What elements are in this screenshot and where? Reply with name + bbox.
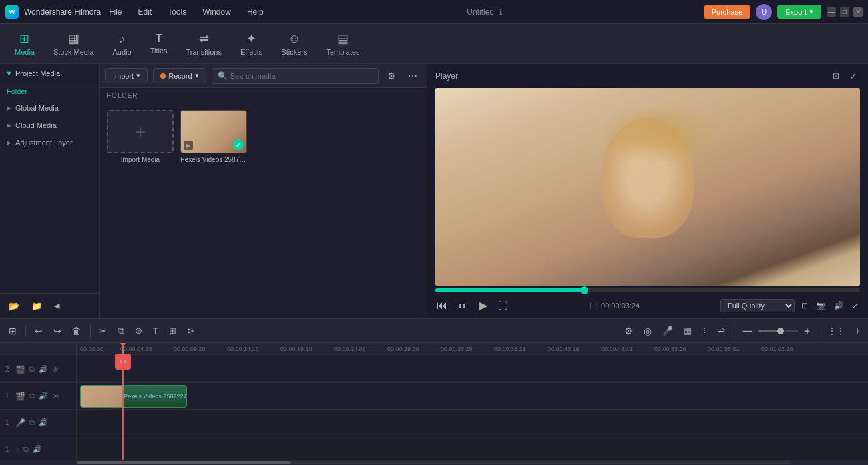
scrollbar-track[interactable] [77,461,791,464]
open-folder-icon[interactable]: 📂 [5,299,23,313]
player-settings-icon[interactable]: ⊡ [829,69,843,83]
track-hide-icon[interactable]: 👁 [51,365,60,374]
minimize-button[interactable]: — [827,7,836,17]
toolbar-media[interactable]: ⊞ Media [5,27,44,60]
track-copy-icon[interactable]: ⧉ [29,391,35,401]
cut-button[interactable]: ✂ [96,324,111,338]
undo-button[interactable]: ↩ [31,324,46,338]
track-row-music1[interactable] [77,436,868,460]
toolbar-templates[interactable]: ▤ Templates [316,27,369,60]
menu-help[interactable]: Help [244,5,266,19]
menu-file[interactable]: File [106,5,124,19]
copy-button[interactable]: ⧉ [115,324,128,338]
track-mute-icon[interactable]: 🔊 [32,444,43,454]
folder-item[interactable]: Folder [0,83,99,99]
track-row-audio1[interactable] [77,410,868,436]
global-media-item[interactable]: ▶ Global Media [0,99,99,117]
window-controls: — □ ✕ [827,7,863,17]
add-folder-icon[interactable]: 📁 [28,299,45,313]
track-audio-icon[interactable]: 🎤 [15,418,26,428]
pexels-video-item[interactable]: ▶ ✓ Pexels Videos 2587224 [180,110,247,163]
ripple-button[interactable]: ⊳ [184,324,198,338]
disable-button[interactable]: ⊘ [132,324,146,338]
media-settings-icon[interactable]: ◎ [640,324,655,338]
toolbar-stock-media[interactable]: ▦ Stock Media [44,27,103,60]
split-icon[interactable]: ⧘ [699,324,710,338]
mic-icon[interactable]: 🎤 [659,324,676,338]
cloud-media-item[interactable]: ▶ Cloud Media [0,117,99,134]
panel-collapse-arrow[interactable]: ▼ [5,69,13,77]
redo-button[interactable]: ↪ [50,324,65,338]
toolbar-audio[interactable]: ♪ Audio [103,28,141,60]
track-hide-icon[interactable]: 👁 [51,392,60,401]
import-media-item[interactable]: + Import Media [107,110,174,163]
track-film-icon[interactable]: 🎬 [15,391,26,402]
track-copy-icon[interactable]: ⧉ [29,418,35,428]
settings-icon[interactable]: ⚙ [621,324,636,338]
timeline-options-icon[interactable]: ⋮⋮ [825,324,849,338]
maximize-button[interactable]: □ [840,7,849,17]
quality-select[interactable]: Full Quality High Quality Medium Quality [720,299,795,312]
progress-thumb[interactable] [580,286,588,294]
menu-window[interactable]: Window [200,5,234,19]
filter-icon[interactable]: ⚙ [384,69,399,83]
timeline-more-icon[interactable]: ⟩ [853,324,863,338]
search-bar[interactable]: 🔍 [212,68,379,84]
text-button[interactable]: T [150,324,162,338]
menu-edit[interactable]: Edit [136,5,155,19]
video-clip[interactable]: Pexels Videos 2587224 [80,385,187,408]
zoom-out-button[interactable]: — [740,324,756,338]
expand-player-button[interactable]: ⤢ [851,300,860,312]
player-expand-icon[interactable]: ⤢ [847,69,860,83]
ruler-mark-7: 00:00:33:25 [441,346,473,352]
track-row-video2[interactable]: ✂ [77,356,868,383]
project-media-header: ▼ Project Media [0,64,99,83]
zoom-slider[interactable] [758,330,799,332]
progress-bar[interactable] [435,288,860,292]
zoom-in-button[interactable]: + [801,324,813,338]
adjustment-layer-item[interactable]: ▶ Adjustment Layer [0,134,99,151]
toolbar-effects[interactable]: ✦ Effects [231,27,272,60]
next-frame-button[interactable]: ⏭ [457,298,470,313]
purchase-button[interactable]: Purchase [704,5,750,19]
prev-frame-button[interactable]: ⏮ [435,298,449,313]
transition-icon[interactable]: ⇌ [714,324,728,338]
track-mute-icon[interactable]: 🔊 [38,364,49,374]
timeline-ruler: 00:00:00 00:00:04:25 00:00:09:20 00:00:1… [77,343,868,356]
pip-button[interactable]: ⊡ [800,300,809,312]
track-music-icon[interactable]: ♪ [15,444,20,455]
toolbar-titles[interactable]: T Titles [141,29,177,59]
toolbar-stickers[interactable]: ☺ Stickers [272,28,316,60]
close-button[interactable]: ✕ [853,7,863,17]
screenshot-button[interactable]: 📷 [815,300,827,312]
adjust-button[interactable]: ⊞ [166,324,180,338]
export-button[interactable]: Export ▾ [777,5,821,19]
add-track-button[interactable]: ⊞ [5,324,20,338]
track-mute-icon[interactable]: 🔊 [38,391,49,401]
scene-icon[interactable]: ▦ [680,324,695,338]
playhead[interactable] [122,343,124,460]
track-copy-icon[interactable]: ⧉ [23,444,29,454]
more-options-icon[interactable]: ⋯ [405,69,421,83]
track-label-music1: 1 ♪ ⧉ 🔊 [0,436,76,460]
track-film-icon[interactable]: 🎬 [15,364,26,375]
timeline-scrollbar[interactable] [0,460,868,465]
collapse-panel-icon[interactable]: ◀ [51,300,63,312]
record-button[interactable]: Record ▾ [153,68,206,83]
import-button[interactable]: Import ▾ [105,68,148,83]
pexels-thumb[interactable]: ▶ ✓ [180,110,247,153]
search-input[interactable] [230,72,373,80]
toolbar-transitions[interactable]: ⇌ Transitions [177,27,231,60]
delete-button[interactable]: 🗑 [69,324,85,338]
menu-tools[interactable]: Tools [165,5,189,19]
zoom-thumb[interactable] [777,328,784,334]
play-button[interactable]: ▶ [478,298,489,313]
track-row-video1[interactable]: Pexels Videos 2587224 [77,383,868,410]
volume-button[interactable]: 🔊 [833,300,845,312]
avatar[interactable]: U [756,4,772,20]
fullscreen-button[interactable]: ⛶ [497,299,509,312]
import-thumb[interactable]: + [107,110,174,153]
track-copy-icon[interactable]: ⧉ [29,364,35,374]
scrollbar-thumb[interactable] [77,461,291,464]
track-mute-icon[interactable]: 🔊 [38,418,49,428]
